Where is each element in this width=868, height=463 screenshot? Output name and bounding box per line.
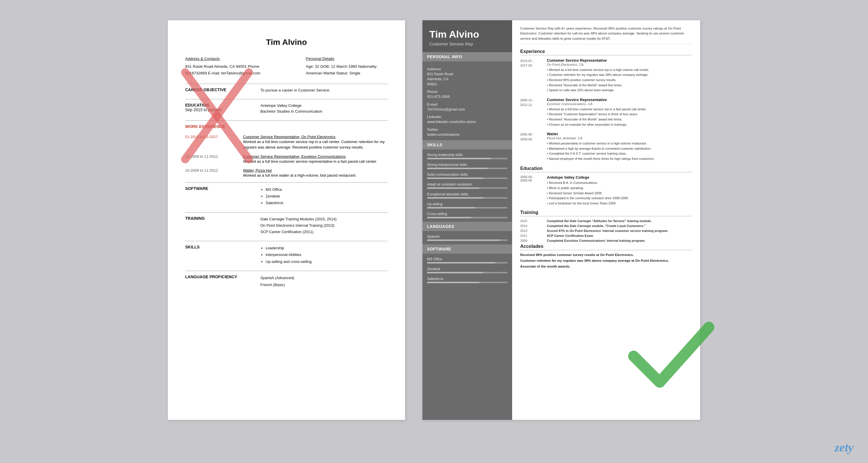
training-item-3: 2013 Scored 97% in On Point Electronics'… — [520, 229, 692, 233]
accolade-2: Customer retention for my regulars was 3… — [520, 259, 692, 262]
accolade-3: Associate of the month awards. — [520, 265, 692, 268]
left-resume: Tim Alvino Address & Contacts 831 Rasle … — [168, 20, 405, 420]
email-field-value: TimTAlvino@gmail.com — [427, 107, 507, 112]
career-objective-section: CAREER OBJECTIVE To pursue a career in C… — [185, 87, 388, 93]
skill-3: Up-selling and cross-selling — [266, 258, 388, 265]
work-dates-1: 01-2013 to 03-2017 — [185, 135, 237, 150]
address-right: Personal Details Age: 32 DOB: 12 March 1… — [306, 56, 388, 77]
sidebar-name: Tim Alvino — [429, 28, 505, 40]
career-objective-text: To pursue a career in Customer Service. — [260, 87, 388, 93]
training-item-2: 2014 Completed the Dale Carnegie module,… — [520, 224, 692, 228]
divider4 — [185, 182, 388, 183]
divider6 — [185, 241, 388, 241]
skills-section: SKILLS Leadership Interpersonal Abilitie… — [185, 245, 388, 265]
software-bars: MS Office Zendesk Salesforce — [423, 254, 512, 287]
software-section: SOFTWARE MS Office Zendesk Salesforce — [185, 186, 388, 206]
exp-title-2: Customer Service Representative — [547, 97, 692, 102]
experience-section-title: Experience — [520, 49, 692, 55]
work-title-1: Customer Service Representative, On Poin… — [243, 135, 388, 139]
divider3 — [185, 120, 388, 121]
divider5 — [185, 212, 388, 212]
language-label: LANGUAGE PROFICIENCY — [185, 274, 237, 279]
address-line2: Almeda, CA 94501 — [214, 64, 247, 69]
work-exp-section: WORK EXPERIENCE — [185, 124, 388, 129]
skills-bars: Strong leadership skills. Strong interpe… — [423, 149, 512, 222]
education-school: Antelope Valley College — [260, 103, 388, 109]
work-exp-item-1: 01-2013 to 03-2017 Customer Service Repr… — [185, 135, 388, 150]
work-exp-item-2: 10-2009 to 11-2012 Customer Service Repr… — [185, 154, 388, 165]
edu-bullets-1: Received B.A. in Communications. Minor i… — [547, 180, 692, 206]
address-field-label: Address — [427, 67, 507, 71]
skill-row-4: Adept at complaint resolution. — [423, 181, 512, 191]
accolades-section-title: Accolades — [520, 244, 692, 250]
phone-field-value: 501-873-2669 — [427, 94, 507, 99]
training-item-1: 2015 Completed the Dale Carnegie "Attitu… — [520, 219, 692, 223]
skills-label: SKILLS — [185, 245, 199, 249]
exp-item-3: 2005-06 -2009-09 Waiter Pizza Hut, Antel… — [520, 132, 692, 161]
twitter-field-value: twitter.com/timalvino — [427, 132, 507, 138]
exp-company-1: On Point Electronics, CA — [547, 63, 692, 66]
exp-company-2: Excelsior Communications, CA — [547, 102, 692, 106]
work-exp-item-3: 10-2009 to 11-2012 Waiter, Pizza Hut Wor… — [185, 168, 388, 178]
software-label: SOFTWARE — [185, 186, 208, 191]
exp-bullets-2: Worked as a full time customer service r… — [547, 107, 692, 127]
linkedin-field-label: LinkedIn — [427, 115, 507, 119]
work-desc-3: Worked as a full time waiter at a high-v… — [243, 173, 388, 178]
skill-row-1: Strong leadership skills. — [423, 151, 512, 161]
divider1 — [185, 84, 388, 84]
software-item-3: Salesforce — [266, 200, 388, 206]
pd-age: Age: 32 — [306, 64, 319, 69]
software-title: Software — [423, 244, 512, 254]
education-dates: Sep 2015 to present — [185, 108, 222, 112]
software-row-2: Zendesk — [423, 265, 512, 275]
software-item-1: MS Office — [266, 186, 388, 193]
personal-details-label: Personal Details — [306, 56, 388, 62]
email-field-label: E-mail — [427, 103, 507, 107]
pd-marital: Marital Status: Single — [323, 71, 361, 75]
language-text: Spanish (Advanced) French (Basic) — [260, 274, 388, 288]
software-list: MS Office Zendesk Salesforce — [260, 186, 388, 206]
skills-list: Leadership Interpersonal Abilities Up-se… — [260, 245, 388, 265]
left-resume-name: Tim Alvino — [185, 38, 388, 47]
exp-title-1: Customer Service Representative — [547, 58, 692, 62]
exp-bullets-3: Worked passionately in customer service … — [547, 141, 692, 161]
languages-bars: Spanish — [423, 231, 512, 244]
address-field-value: 831 Rasle RoadAlameda, CA94501 — [427, 72, 507, 87]
language-section: LANGUAGE PROFICIENCY Spanish (Advanced) … — [185, 274, 388, 288]
divider2 — [185, 99, 388, 99]
x-mark-overlay — [177, 64, 257, 168]
work-title-2: Customer Service Representative, Excelsi… — [243, 154, 388, 159]
pd-dob: DOB: 12 March 1985 — [320, 64, 357, 69]
skill-row-5: Exceptional telesales skills. — [423, 191, 512, 200]
education-degree: Bachelor Studies in Communication — [260, 109, 388, 114]
summary-text: Customer Service Rep with 8+ years exper… — [520, 26, 692, 44]
address-email: E-mail: timTalvino@gmail.com — [208, 71, 260, 75]
languages-title: Languages — [423, 222, 512, 231]
training-item-4: 2011 SCP Career Certification Exam — [520, 234, 692, 237]
zety-watermark: zety — [835, 440, 854, 454]
work-dates-2: 10-2009 to 11-2012 — [185, 154, 237, 165]
software-row-1: MS Office — [423, 255, 512, 265]
lang-row-1: Spanish — [423, 233, 512, 243]
exp-bullets-1: Worked as a full time customer service r… — [547, 67, 692, 93]
accolade-1: Received 99% positive customer survey re… — [520, 253, 692, 257]
skill-row-2: Strong interpersonal skills. — [423, 161, 512, 171]
skill-row-3: Solid communication skills. — [423, 171, 512, 181]
right-resume: Tim Alvino Customer Service Rep Personal… — [423, 20, 700, 420]
divider7 — [185, 271, 388, 271]
linkedin-field-value: www.linkedin.com/in/tim-alvino — [427, 120, 507, 125]
skill-2: Interpersonal Abilities — [266, 251, 388, 258]
personal-info-block: Address 831 Rasle RoadAlameda, CA94501 P… — [423, 61, 512, 140]
sidebar-subtitle: Customer Service Rep — [429, 41, 505, 46]
address-line1: 831 Rasle Road — [185, 64, 213, 69]
work-desc-2: Worked as a full time customer service r… — [243, 159, 388, 165]
phone-field-label: Phone — [427, 90, 507, 94]
training-section: TRAINING Dale Carnegie Training Modules … — [185, 216, 388, 235]
address-label: Address & Contacts — [185, 56, 283, 62]
training-section-title: Training — [520, 210, 692, 216]
career-objective-label: CAREER OBJECTIVE — [185, 87, 226, 92]
skill-row-7: Cross-selling — [423, 210, 512, 220]
work-exp-label: WORK EXPERIENCE — [185, 124, 225, 129]
software-row-3: Salesforce — [423, 275, 512, 285]
education-section: EDUCATION Sep 2015 to present Antelope V… — [185, 103, 388, 115]
